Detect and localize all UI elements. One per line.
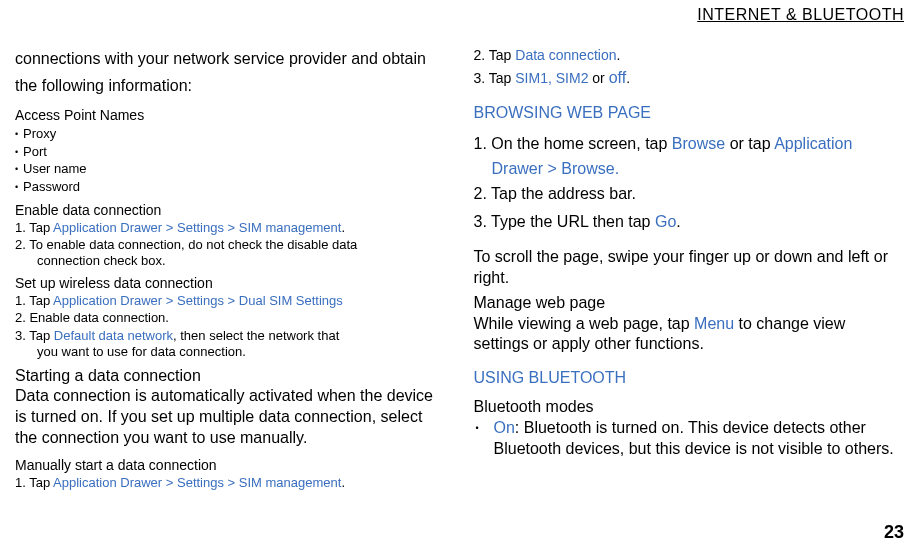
bt-mode-item: On: Bluetooth is turned on. This device … [474,418,905,460]
enable-heading: Enable data connection [15,202,446,218]
step-text: 3. Type the URL then tap [474,213,655,230]
scroll-text: To scroll the page, swipe your finger up… [474,247,905,289]
step-item-cont: connection check box. [15,254,446,269]
start-heading: Starting a data connection [15,366,446,387]
step-text: 1. Tap [15,220,53,235]
step-text: . [616,47,620,63]
manual-heading: Manually start a data connection [15,457,446,473]
list-item: Port [15,143,446,161]
right-column: 2. Tap Data connection. 3. Tap SIM1, SIM… [474,45,905,492]
ui-path-link: Application Drawer > Settings > Dual SIM… [53,293,343,308]
step-text: 1. Tap [15,475,53,490]
step-text: 3. Tap [15,328,54,343]
bt-mode-label: On [494,419,515,436]
step-text: . [626,70,630,86]
manage-body: While viewing a web page, tap Menu to ch… [474,314,905,356]
apn-list: Proxy Port User name Password [15,125,446,195]
apn-heading: Access Point Names [15,107,446,123]
ui-link: Data connection [515,47,616,63]
step-text: 3. Tap [474,70,516,86]
ui-link: SIM1, SIM2 [515,70,592,86]
bt-mode-desc: : Bluetooth is turned on. This device de… [494,419,894,457]
ui-link: off [609,69,627,86]
list-item: User name [15,160,446,178]
step-item: 1. Tap Application Drawer > Settings > S… [15,475,446,491]
ui-path-link: Application Drawer > Settings > SIM mana… [53,475,341,490]
left-column: connections with your network service pr… [15,45,446,492]
step-text: or [592,70,608,86]
section-header: INTERNET & BLUETOOTH [697,6,904,24]
ui-link-cont: Drawer > Browse. [474,157,905,182]
step-text: 1. On the home screen, tap [474,135,672,152]
step-item: 2. Tap Data connection. [474,45,905,66]
step-text: or tap [725,135,774,152]
body-text: While viewing a web page, tap [474,315,695,332]
step-text: 1. Tap [15,293,53,308]
step-item: 1. Tap Application Drawer > Settings > D… [15,293,446,309]
step-item-cont: you want to use for data connection. [15,345,446,360]
step-item: 2. Tap the address bar. [474,182,905,207]
ui-link: Application [774,135,852,152]
step-text: . [676,213,680,230]
bluetooth-heading: USING BLUETOOTH [474,369,905,387]
manage-heading: Manage web page [474,293,905,314]
step-item: 2. To enable data connection, do not che… [15,237,446,253]
step-item: 3. Type the URL then tap Go. [474,210,905,235]
browse-heading: BROWSING WEB PAGE [474,104,905,122]
step-item: 2. Enable data connection. [15,310,446,326]
setup-heading: Set up wireless data connection [15,275,446,291]
step-item: 3. Tap SIM1, SIM2 or off. [474,66,905,90]
ui-link: Browse [672,135,725,152]
ui-path-link: Default data network [54,328,173,343]
page-content: connections with your network service pr… [0,0,919,492]
ui-link: Go [655,213,676,230]
step-text: . [341,220,345,235]
step-text: 2. Tap [474,47,516,63]
start-body: Data connection is automatically activat… [15,386,446,448]
step-item: 3. Tap Default data network, then select… [15,328,446,344]
step-item: 1. Tap Application Drawer > Settings > S… [15,220,446,236]
step-text: . [341,475,345,490]
list-item: Proxy [15,125,446,143]
ui-link: Menu [694,315,734,332]
ui-path-link: Application Drawer > Settings > SIM mana… [53,220,341,235]
intro-text: connections with your network service pr… [15,45,446,99]
list-item: Password [15,178,446,196]
page-number: 23 [884,522,904,543]
bt-modes-heading: Bluetooth modes [474,397,905,418]
step-item: 1. On the home screen, tap Browse or tap… [474,132,905,157]
step-text: , then select the network that [173,328,339,343]
